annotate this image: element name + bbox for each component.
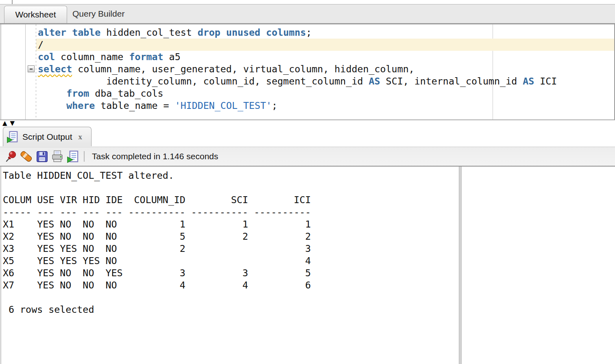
sql-developer-window: Worksheet Query Builder alter table hidd… [0, 0, 615, 364]
top-divider-line [12, 0, 13, 4]
tab-script-output-label: Script Output [22, 132, 72, 142]
tab-query-builder[interactable]: Query Builder [72, 4, 124, 23]
panel-splitter[interactable]: ▲▼ [0, 120, 615, 127]
editor-tab-bar: Worksheet Query Builder [0, 4, 615, 24]
top-strip [0, 0, 615, 4]
output-toolbar: Task completed in 1.146 seconds [0, 147, 615, 167]
code-line: where table_name = 'HIDDEN_COL_TEST'; [38, 100, 557, 112]
run-script-icon[interactable] [65, 149, 81, 164]
print-icon[interactable] [50, 149, 65, 164]
code-line: identity_column, column_id, segment_colu… [38, 75, 557, 87]
output-splitter[interactable] [459, 167, 462, 364]
code-line: alter table hidden_col_test drop unused … [38, 26, 557, 39]
gutter-line [25, 24, 26, 119]
code-fold-collapse-icon[interactable] [28, 65, 35, 72]
save-icon[interactable] [34, 149, 50, 164]
code-line: / [38, 39, 557, 51]
task-status-text: Task completed in 1.146 seconds [92, 152, 218, 161]
tab-worksheet-label: Worksheet [15, 10, 56, 20]
code-lines: alter table hidden_col_test drop unused … [38, 26, 557, 112]
code-line: from dba_tab_cols [38, 87, 557, 100]
output-left-border-inner [1, 167, 2, 364]
editor-left-border-inner [1, 24, 2, 119]
close-icon[interactable]: x [79, 132, 83, 141]
output-left-border [0, 167, 0, 364]
output-tab-bar: Script Output x [0, 127, 615, 147]
editor-left-border [0, 24, 0, 119]
splitter-arrows-icon[interactable]: ▲▼ [2, 120, 17, 126]
toolbar-separator [84, 151, 85, 162]
script-output-text: Table HIDDEN_COL_TEST altered. COLUM USE… [3, 169, 311, 316]
code-line: col column_name format a5 [38, 51, 557, 63]
tab-worksheet[interactable]: Worksheet [4, 6, 67, 23]
script-output-panel: Table HIDDEN_COL_TEST altered. COLUM USE… [0, 167, 615, 364]
sql-editor[interactable]: alter table hidden_col_test drop unused … [0, 24, 615, 120]
run-script-icon [7, 131, 19, 143]
tab-script-output[interactable]: Script Output x [3, 127, 92, 146]
eraser-icon[interactable] [19, 149, 34, 164]
tab-query-builder-label: Query Builder [72, 9, 124, 19]
pin-icon[interactable] [3, 149, 19, 164]
code-line: select column_name, user_generated, virt… [38, 63, 557, 75]
